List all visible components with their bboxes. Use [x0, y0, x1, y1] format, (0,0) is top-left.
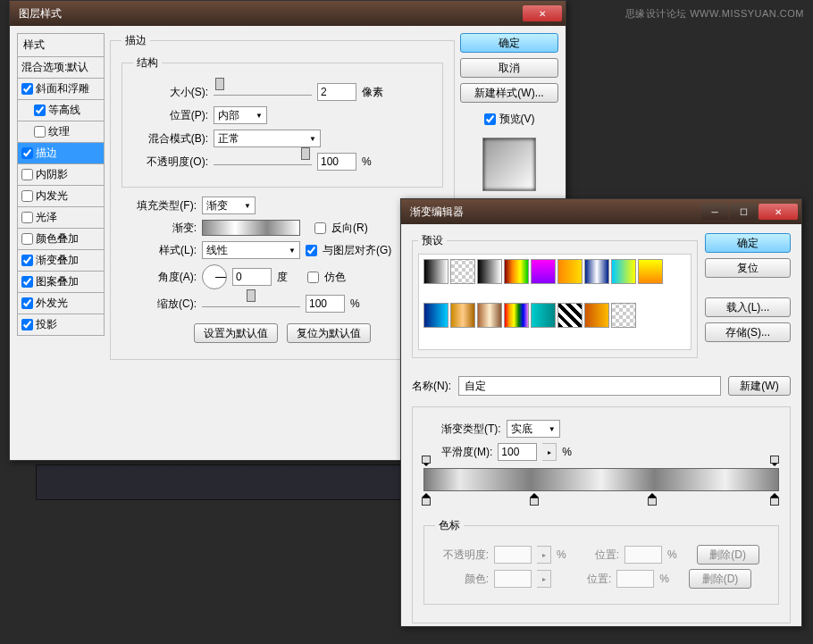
angle-input[interactable] — [232, 268, 272, 286]
cs-delete-button[interactable]: 删除(D) — [697, 545, 759, 565]
preset-swatch-3[interactable] — [504, 259, 529, 284]
cs-color-arrow[interactable]: ▸ — [537, 570, 551, 588]
style-checkbox[interactable] — [34, 126, 46, 138]
dither-checkbox[interactable] — [307, 272, 319, 283]
style-checkbox[interactable] — [21, 147, 33, 159]
align-checkbox[interactable] — [306, 245, 317, 256]
preset-swatch-11[interactable] — [477, 303, 502, 328]
style-checkbox[interactable] — [21, 83, 33, 95]
smoothness-arrow[interactable]: ▸ — [542, 443, 557, 461]
blend-dropdown[interactable]: 正常▼ — [214, 130, 321, 147]
reset-default-button[interactable]: 复位为默认值 — [287, 323, 371, 343]
angle-dial[interactable] — [202, 264, 227, 289]
style-item-11[interactable]: 投影 — [17, 314, 105, 336]
preset-swatch-6[interactable] — [584, 259, 609, 284]
preset-swatch-10[interactable] — [450, 303, 475, 328]
preset-swatch-8[interactable] — [638, 259, 663, 284]
cancel-button[interactable]: 取消 — [460, 58, 558, 78]
preset-swatch-2[interactable] — [477, 259, 502, 284]
preset-swatch-13[interactable] — [531, 303, 556, 328]
color-stop[interactable] — [770, 493, 781, 504]
ge-titlebar[interactable]: 渐变编辑器 ─ ☐ ✕ — [401, 199, 801, 224]
cs-position-input[interactable] — [624, 546, 662, 564]
style-checkbox[interactable] — [21, 190, 33, 202]
ge-save-button[interactable]: 存储(S)... — [705, 322, 791, 342]
opacity-unit: % — [362, 155, 372, 168]
style-item-3[interactable]: 描边 — [17, 143, 105, 164]
scale-slider[interactable] — [202, 295, 300, 307]
opacity-stop[interactable] — [422, 457, 432, 468]
cs-position2-input[interactable] — [616, 570, 654, 588]
scale-input[interactable] — [306, 295, 345, 313]
cs-color-label: 颜色: — [435, 572, 489, 587]
style-checkbox[interactable] — [21, 212, 33, 223]
color-stop[interactable] — [530, 493, 541, 504]
preset-swatch-7[interactable] — [611, 259, 636, 284]
style-checkbox[interactable] — [21, 233, 33, 245]
style-item-7[interactable]: 颜色叠加 — [17, 229, 105, 250]
cs-opacity-input[interactable] — [494, 546, 532, 564]
style-checkbox[interactable] — [21, 297, 33, 309]
minimize-button[interactable]: ─ — [701, 204, 728, 220]
blending-options-row[interactable]: 混合选项:默认 — [17, 57, 105, 79]
color-stop[interactable] — [648, 493, 658, 504]
styles-header[interactable]: 样式 — [17, 33, 105, 57]
ge-reset-button[interactable]: 复位 — [705, 258, 791, 278]
preset-swatch-14[interactable] — [557, 303, 583, 328]
style-checkbox[interactable] — [21, 169, 33, 180]
cs-opacity-arrow[interactable]: ▸ — [537, 546, 551, 564]
preset-swatch-4[interactable] — [531, 259, 556, 284]
name-input[interactable] — [458, 376, 721, 396]
gradient-bar[interactable] — [423, 468, 779, 491]
new-style-button[interactable]: 新建样式(W)... — [460, 83, 558, 103]
preset-swatch-0[interactable] — [423, 259, 448, 284]
cs-color-swatch[interactable] — [494, 570, 532, 588]
color-stop[interactable] — [422, 493, 432, 504]
opacity-input[interactable] — [317, 153, 356, 171]
preview-thumbnail — [482, 138, 536, 191]
style-checkbox[interactable] — [34, 105, 46, 116]
style-item-1[interactable]: 等高线 — [17, 100, 105, 121]
style-checkbox[interactable] — [21, 276, 33, 288]
new-button[interactable]: 新建(W) — [728, 376, 791, 396]
preset-swatch-12[interactable] — [504, 303, 529, 328]
style-item-9[interactable]: 图案叠加 — [17, 272, 105, 293]
size-slider[interactable] — [214, 83, 312, 96]
type-dropdown[interactable]: 实底▼ — [507, 420, 560, 438]
style-checkbox[interactable] — [21, 255, 33, 266]
opacity-slider[interactable] — [214, 153, 312, 165]
preset-swatch-16[interactable] — [611, 303, 636, 328]
style-item-6[interactable]: 光泽 — [17, 207, 105, 229]
preset-swatch-1[interactable] — [450, 259, 475, 284]
ok-button[interactable]: 确定 — [460, 33, 558, 53]
ge-load-button[interactable]: 载入(L)... — [705, 297, 791, 317]
gradient-preview[interactable] — [202, 220, 300, 236]
smoothness-input[interactable] — [498, 443, 537, 461]
close-button[interactable]: ✕ — [523, 5, 562, 21]
set-default-button[interactable]: 设置为默认值 — [194, 323, 278, 343]
preset-swatch-15[interactable] — [584, 303, 609, 328]
filltype-dropdown[interactable]: 渐变▼ — [202, 197, 256, 214]
maximize-button[interactable]: ☐ — [730, 204, 757, 220]
preset-swatch-9[interactable] — [423, 303, 448, 328]
style-label: 内阴影 — [36, 167, 68, 182]
ge-close-button[interactable]: ✕ — [759, 204, 798, 220]
blend-label: 混合模式(B): — [133, 131, 208, 146]
preview-checkbox[interactable] — [484, 113, 496, 125]
reverse-checkbox[interactable] — [314, 222, 326, 234]
style-item-0[interactable]: 斜面和浮雕 — [17, 79, 105, 100]
size-input[interactable] — [317, 83, 356, 101]
style-item-10[interactable]: 外发光 — [17, 293, 105, 314]
ge-ok-button[interactable]: 确定 — [705, 233, 791, 253]
style-item-8[interactable]: 渐变叠加 — [17, 250, 105, 272]
style-item-5[interactable]: 内发光 — [17, 186, 105, 207]
style-item-2[interactable]: 纹理 — [17, 121, 105, 143]
layer-titlebar[interactable]: 图层样式 ✕ — [10, 1, 566, 26]
cs-delete2-button[interactable]: 删除(D) — [689, 569, 751, 589]
opacity-stop[interactable] — [770, 457, 781, 468]
style-checkbox[interactable] — [21, 319, 33, 330]
position-dropdown[interactable]: 内部▼ — [214, 106, 267, 124]
style-item-4[interactable]: 内阴影 — [17, 164, 105, 186]
style-dropdown[interactable]: 线性▼ — [202, 241, 300, 259]
preset-swatch-5[interactable] — [557, 259, 583, 284]
